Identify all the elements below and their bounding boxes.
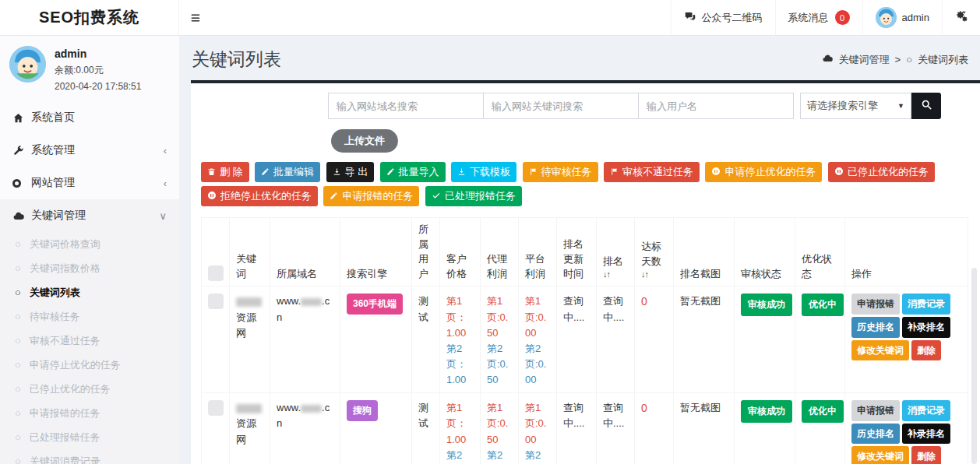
export-button[interactable]: 导 出 [326, 162, 375, 182]
sidebar-item-stopped-tasks[interactable]: ○ 已停止优化的任务 [0, 377, 179, 401]
circle-bullet-icon: ○ [15, 238, 21, 250]
sidebar-item-keyword-list[interactable]: ○ 关键词列表 [0, 280, 179, 304]
sidebar-item-keyword-price-query[interactable]: ○ 关键词价格查询 [0, 232, 179, 256]
circle-bullet-icon: ○ [15, 407, 21, 419]
sidebar-item-home[interactable]: 系统首页 [0, 101, 179, 134]
keyword-search-input[interactable] [483, 93, 639, 119]
stop-requested-tasks-button[interactable]: 申请停止优化的任务 [705, 162, 822, 182]
sidebar-item-handled-error-tasks[interactable]: ○ 已处理报错任务 [0, 425, 179, 449]
edit-icon [261, 167, 270, 178]
download-template-button[interactable]: 下载模板 [451, 162, 516, 182]
stopped-tasks-button[interactable]: 已停止优化的任务 [828, 162, 935, 182]
sidebar-item-error-reported-tasks[interactable]: ○ 申请报错的任务 [0, 401, 179, 425]
username-search-input[interactable] [638, 93, 794, 119]
sidebar-item-keyword-index-price[interactable]: ○ 关键词指数价格 [0, 256, 179, 280]
consume-record-button[interactable]: 消费记录 [902, 400, 950, 421]
error-reported-tasks-button[interactable]: 申请报错的任务 [323, 186, 419, 206]
table-row: 资源网 www..cn 搜狗 测试 第1页：1.00第2页：1.00 第1页:0… [202, 393, 968, 464]
delete-row-button[interactable]: 删除 [911, 340, 941, 361]
gears-icon [955, 10, 968, 25]
topbar: SEO扣费系统 ≡ 公众号二维码 系统消息 0 admin [0, 0, 980, 36]
edit-keyword-button[interactable]: 修改关键词 [851, 446, 909, 464]
report-error-button[interactable]: 申请报错 [851, 400, 900, 421]
rank-cell: 查询中.... [597, 393, 635, 464]
sidebar-item-websites[interactable]: 网站管理 ‹ [0, 167, 179, 199]
engine-select[interactable]: 请选择搜索引擎 ▼ [800, 93, 911, 119]
qr-code-menu[interactable]: 公众号二维码 [671, 0, 775, 35]
redacted-domain [301, 405, 322, 413]
submenu-label: 申请停止优化的任务 [30, 358, 121, 372]
circle-bullet-icon: ○ [15, 286, 21, 298]
circle-bullet-icon: ○ [15, 262, 21, 274]
breadcrumb-current: 关键词列表 [918, 53, 968, 67]
breadcrumb-parent[interactable]: 关键词管理 [839, 53, 890, 67]
system-messages-menu[interactable]: 系统消息 0 [775, 0, 862, 35]
download-icon [457, 167, 466, 178]
keyword-management-section: 关键词管理 ∨ ○ 关键词价格查询 ○ 关键词指数价格 ○ 关键词列表 ○ 待审… [0, 199, 179, 464]
supplement-rank-button[interactable]: 补录排名 [902, 424, 950, 445]
vertical-scrollbar[interactable] [971, 268, 977, 464]
platform-profit-cell: 第1页:0.00第2页:0.00 [519, 393, 557, 464]
sidebar-item-system[interactable]: 系统管理 ‹ [0, 134, 179, 167]
edit-keyword-button[interactable]: 修改关键词 [851, 340, 909, 361]
page-title: 关键词列表 [192, 47, 281, 72]
reject-stop-tasks-button[interactable]: 拒绝停止优化的任务 [201, 186, 318, 206]
chevron-left-icon: ‹ [164, 145, 167, 156]
delete-row-button[interactable]: 删除 [911, 446, 941, 464]
user-cell: 测试 [412, 393, 440, 464]
history-rank-button[interactable]: 历史排名 [851, 424, 900, 445]
row-operations: 申请报错 消费记录 历史排名 补录排名 修改关键词 删除 [851, 294, 968, 360]
supplement-rank-button[interactable]: 补录排名 [902, 317, 950, 338]
delete-button[interactable]: 删 除 [201, 162, 249, 182]
circle-bullet-icon: ○ [15, 431, 21, 443]
col-audit-status: 审核状态 [735, 218, 795, 286]
upload-file-button[interactable]: 上传文件 [331, 129, 398, 153]
sidebar-item-keyword-consume-log[interactable]: ○ 关键词消费记录 [0, 449, 179, 464]
col-customer-price: 客户价格 [440, 218, 481, 286]
col-days[interactable]: 达标天数↓↑ [635, 218, 674, 286]
sidebar-item-rejected-tasks[interactable]: ○ 审核不通过任务 [0, 329, 179, 353]
messages-count-badge: 0 [835, 10, 850, 25]
days-cell: 0 [635, 286, 674, 393]
report-error-button[interactable]: 申请报错 [851, 294, 900, 315]
bulk-import-button[interactable]: 批量导入 [380, 162, 446, 182]
settings-menu[interactable] [942, 0, 980, 35]
sidebar-item-keywords[interactable]: 关键词管理 ∨ [0, 199, 179, 232]
col-rank[interactable]: 排名↓↑ [597, 218, 635, 286]
sidebar-item-stop-requested-tasks[interactable]: ○ 申请停止优化的任务 [0, 353, 179, 377]
select-all-checkbox[interactable] [208, 265, 224, 281]
sidebar-item-pending-tasks[interactable]: ○ 待审核任务 [0, 304, 179, 329]
sidebar-username: admin [55, 47, 141, 60]
col-agent-profit: 代理利润 [481, 218, 519, 286]
redacted-keyword [236, 297, 262, 307]
customer-price-cell: 第1页：1.00第2页：1.00 [440, 286, 481, 393]
circle-bullet-icon: ○ [15, 311, 21, 322]
handled-error-tasks-button[interactable]: 已处理报错任务 [425, 186, 522, 206]
sidebar-toggle-icon[interactable]: ≡ [179, 0, 212, 35]
row-checkbox[interactable] [208, 400, 224, 416]
pause-circle-icon [834, 167, 844, 178]
col-keyword: 关键词 [230, 218, 270, 286]
engine-badge: 搜狗 [347, 400, 378, 421]
keyword-list-panel: 请选择搜索引擎 ▼ 上传文件 删 除 批量编辑 [191, 80, 980, 464]
circle-icon: ○ [906, 54, 912, 65]
consume-record-button[interactable]: 消费记录 [902, 294, 950, 315]
table-row: 资源网 www..cn 360手机端 测试 第1页：1.00第2页：1.00 第… [202, 286, 968, 393]
submenu-label: 关键词指数价格 [30, 262, 100, 276]
pending-audit-tasks-button[interactable]: 待审核任务 [523, 162, 598, 182]
domain-search-input[interactable] [328, 93, 484, 119]
sidebar-item-label: 网站管理 [31, 176, 75, 190]
user-menu[interactable]: admin [862, 0, 942, 35]
flag-icon [610, 167, 619, 178]
avatar [876, 7, 897, 28]
search-button[interactable] [911, 93, 941, 119]
col-update-time: 排名更新时间 [557, 218, 597, 286]
audit-failed-tasks-button[interactable]: 审核不通过任务 [604, 162, 700, 182]
sidebar-item-label: 系统首页 [31, 111, 75, 125]
row-checkbox[interactable] [208, 294, 224, 309]
pause-circle-icon [207, 191, 217, 202]
redacted-domain [301, 298, 322, 306]
history-rank-button[interactable]: 历史排名 [851, 317, 900, 338]
bulk-edit-button[interactable]: 批量编辑 [255, 162, 320, 182]
col-platform-profit: 平台利润 [519, 218, 557, 286]
